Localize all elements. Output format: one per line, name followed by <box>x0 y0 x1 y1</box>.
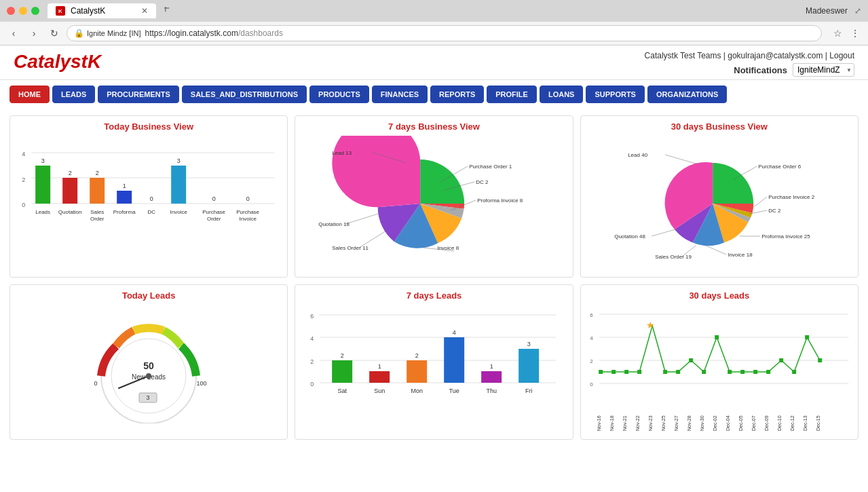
svg-text:Purchase: Purchase <box>202 209 225 215</box>
today-leads-panel: Today Leads <box>10 284 288 440</box>
svg-text:2: 2 <box>96 170 99 176</box>
org-selector-wrapper: IgniteMindZ <box>793 63 854 77</box>
today-leads-title: Today Leads <box>16 290 282 301</box>
svg-text:Leads: Leads <box>35 209 50 215</box>
svg-text:6: 6 <box>310 313 314 320</box>
svg-text:4: 4 <box>590 335 593 341</box>
svg-text:Dec-13: Dec-13 <box>803 415 808 431</box>
seven-day-business-svg: Purchase Order 1 DC 2 Proforma Invoice 8… <box>301 136 567 271</box>
svg-text:Invoice 18: Invoice 18 <box>728 252 753 258</box>
nav-item-loans[interactable]: LOANS <box>540 86 584 103</box>
svg-rect-122 <box>766 370 770 374</box>
nav-item-finances[interactable]: FINANCES <box>372 86 428 103</box>
svg-text:3: 3 <box>147 394 150 401</box>
svg-text:Tue: Tue <box>449 387 459 394</box>
svg-text:Sat: Sat <box>338 387 347 394</box>
close-window-button[interactable] <box>7 7 15 15</box>
svg-text:Dec-02: Dec-02 <box>713 415 717 431</box>
svg-text:Invoice: Invoice <box>239 216 257 222</box>
thirty-day-leads-svg: 6 4 2 0 <box>586 305 852 434</box>
nav-item-supports[interactable]: SUPPORTS <box>586 86 645 103</box>
svg-text:0: 0 <box>590 381 593 387</box>
svg-rect-117 <box>702 370 706 374</box>
gauge-container: 50 New Leads 0 100 3 <box>16 305 282 427</box>
svg-text:Purchase Order 1: Purchase Order 1 <box>469 164 512 170</box>
svg-text:Proforma Invoice 25: Proforma Invoice 25 <box>761 233 810 240</box>
nav-item-reports[interactable]: REPORTS <box>430 86 484 103</box>
nav-item-home[interactable]: HOME <box>10 86 50 103</box>
svg-text:Invoice 8: Invoice 8 <box>437 245 459 251</box>
svg-text:Nov-16: Nov-16 <box>597 415 601 431</box>
bookmark-icon[interactable]: ☆ <box>830 26 845 41</box>
forward-button[interactable]: › <box>26 25 42 41</box>
svg-text:3: 3 <box>527 341 531 347</box>
svg-rect-109 <box>599 370 603 374</box>
nav-item-sales[interactable]: SALES_AND_DISTRIBUTIONS <box>182 86 307 103</box>
browser-tab[interactable]: K CatalystK ✕ <box>48 3 156 18</box>
svg-text:Lead 13: Lead 13 <box>332 150 352 156</box>
svg-rect-115 <box>676 370 680 374</box>
seven-day-leads-panel: 7 days Leads 6 4 2 0 2 Sa <box>295 284 573 440</box>
nav-item-products[interactable]: PRODUCTS <box>309 86 369 103</box>
app-nav: HOME LEADS PROCUREMENTS SALES_AND_DISTRI… <box>0 80 868 109</box>
tab-title: CatalystK <box>71 6 105 16</box>
svg-text:Dec-04: Dec-04 <box>725 415 730 431</box>
org-select[interactable]: IgniteMindZ <box>793 63 854 77</box>
svg-text:DC 2: DC 2 <box>768 208 781 214</box>
address-bar[interactable]: 🔒 Ignite Mindz [IN] https://login.cataly… <box>67 25 822 41</box>
address-secure-label: Ignite Mindz [IN] <box>87 29 140 37</box>
svg-text:50: 50 <box>143 360 154 371</box>
svg-text:2: 2 <box>22 176 25 183</box>
seven-day-leads-svg: 6 4 2 0 2 Sat 1 Sun <box>301 305 567 434</box>
nav-item-organizations[interactable]: ORGANIZATIONS <box>647 86 727 103</box>
nav-item-profile[interactable]: PROFILE <box>487 86 537 103</box>
svg-text:4: 4 <box>310 335 314 342</box>
svg-rect-119 <box>728 370 732 374</box>
svg-text:4: 4 <box>453 329 456 336</box>
svg-text:2: 2 <box>341 352 344 359</box>
thirty-day-business-title: 30 days Business View <box>586 121 852 132</box>
svg-rect-13 <box>90 178 105 204</box>
svg-text:Dec-12: Dec-12 <box>790 415 795 431</box>
thirty-day-business-svg: Purchase Order 6 Purchase Invoice 2 DC 2… <box>586 136 852 271</box>
svg-point-72 <box>146 373 151 379</box>
tab-close-button[interactable]: ✕ <box>141 6 148 16</box>
thirty-day-business-panel: 30 days Business View <box>580 115 858 278</box>
svg-text:Quotation: Quotation <box>58 209 82 215</box>
svg-rect-116 <box>689 358 693 362</box>
svg-rect-98 <box>518 349 539 383</box>
svg-text:Lead 40: Lead 40 <box>628 152 647 158</box>
nav-item-leads[interactable]: LEADS <box>52 86 95 103</box>
dashboard-grid: Today Business View 4 2 0 3 Leads <box>0 109 868 447</box>
back-button[interactable]: ‹ <box>5 25 22 41</box>
svg-text:2: 2 <box>415 352 419 359</box>
svg-text:Quotation 18: Quotation 18 <box>318 221 350 227</box>
browser-user-label: Madeeswer <box>806 6 848 16</box>
svg-rect-95 <box>481 371 502 383</box>
security-lock-icon: 🔒 <box>74 29 84 38</box>
menu-icon[interactable]: ⋮ <box>848 26 863 41</box>
refresh-button[interactable]: ↻ <box>46 25 62 41</box>
svg-line-60 <box>652 229 675 236</box>
svg-text:Nov-28: Nov-28 <box>687 415 692 431</box>
maximize-window-button[interactable] <box>31 7 39 15</box>
svg-line-62 <box>665 155 698 164</box>
browser-toolbar: ‹ › ↻ 🔒 Ignite Mindz [IN] https://login.… <box>0 22 868 45</box>
svg-rect-112 <box>637 370 641 374</box>
minimize-window-button[interactable] <box>19 7 27 15</box>
svg-text:Dec-15: Dec-15 <box>816 415 820 431</box>
nav-item-procurements[interactable]: PROCUREMENTS <box>98 86 179 103</box>
svg-rect-111 <box>624 370 628 374</box>
seven-day-leads-chart: 6 4 2 0 2 Sat 1 Sun <box>301 305 567 434</box>
new-tab-button[interactable] <box>159 1 178 20</box>
svg-text:0: 0 <box>310 381 314 387</box>
svg-rect-125 <box>805 335 809 339</box>
notifications-bar: Notifications IgniteMindZ <box>645 63 854 77</box>
svg-text:1: 1 <box>123 183 126 189</box>
svg-text:Sales: Sales <box>90 209 104 215</box>
thirty-day-leads-chart: 6 4 2 0 <box>586 305 852 434</box>
svg-text:Dec-10: Dec-10 <box>777 415 782 431</box>
address-url: https://login.catalystk.com <box>145 29 238 38</box>
svg-text:Nov-18: Nov-18 <box>609 415 614 431</box>
expand-icon[interactable]: ⤢ <box>854 6 861 16</box>
